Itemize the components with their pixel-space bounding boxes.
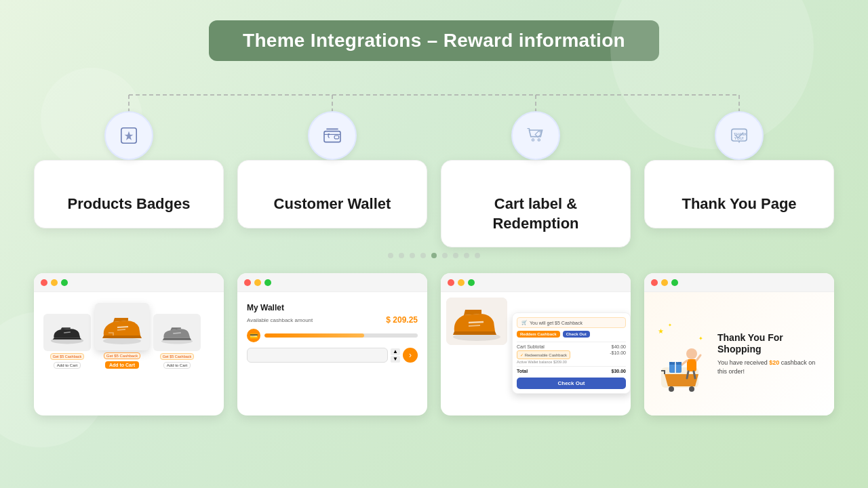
cart-popup: 🛒 You will get $5 Cashback Reddem Cashba… [512, 312, 631, 394]
svg-line-27 [694, 371, 695, 378]
icon-circle-cart [511, 111, 560, 160]
dot-5-active[interactable] [431, 253, 437, 258]
badge-text-1: Get $5 Cashback [50, 353, 85, 360]
wallet-title: My Wallet [247, 303, 418, 312]
cashback-checkbox[interactable]: ✓ Redeemable Cashback [517, 350, 570, 359]
card-thank-you: THANK YOU! Thank You Page [644, 136, 834, 247]
svg-text:YOU!: YOU! [734, 136, 744, 140]
svg-rect-7 [334, 136, 338, 139]
cart-cashback-row: ✓ Redeemable Cashback Active Wallet bala… [517, 350, 626, 364]
dot-4[interactable] [420, 253, 426, 258]
svg-text:✦: ✦ [698, 336, 703, 342]
checkout-btn-1[interactable]: Check Out [563, 331, 590, 338]
svg-line-25 [696, 355, 701, 361]
badge-text-3: Get $5 Cashback [160, 353, 195, 360]
svg-point-20 [669, 386, 674, 392]
badge-star-icon [118, 125, 140, 146]
wallet-input-field[interactable] [247, 348, 388, 363]
svg-point-9 [538, 139, 540, 141]
cart-tag-icon [525, 125, 547, 146]
dot-2[interactable] [399, 253, 404, 258]
total-val: $30.00 [612, 369, 626, 373]
add-to-cart-btn-3[interactable]: Add to Cart [163, 362, 191, 369]
card-products-badges: Products Badges [34, 136, 224, 247]
shoe-item-3: Get $5 Cashback Add to Cart [153, 314, 201, 369]
card-customer-wallet: Customer Wallet [237, 136, 427, 247]
sc-dot-green-3 [468, 279, 475, 286]
card-badges-title: Products Badges [48, 195, 210, 214]
sc-titlebar-3 [441, 273, 631, 292]
screenshot-cart: 🛒 You will get $5 Cashback Reddem Cashba… [441, 273, 631, 415]
sc-content-cart: 🛒 You will get $5 Cashback Reddem Cashba… [441, 292, 631, 415]
cart-subtotal-row: Cart Subtotal $40.00 [517, 344, 626, 349]
sc-dot-red-4 [651, 279, 658, 286]
screenshot-thankyou: ★ ✦ ✦ Thank You For Shopping You have re… [644, 273, 834, 415]
sc-content-thankyou: ★ ✦ ✦ Thank You For Shopping You have re… [644, 292, 834, 415]
thankyou-amount: $20 [769, 359, 779, 366]
cashback-banner-text: You will get $5 Cashback [530, 321, 583, 325]
cart-divider-2 [517, 366, 626, 367]
wallet-increment-btn[interactable]: ▲ [391, 348, 400, 355]
sc-dot-yellow-3 [458, 279, 465, 286]
thank-you-icon: THANK YOU! [728, 125, 750, 146]
sc-dot-green-4 [671, 279, 678, 286]
sc-content-badges: Get $5 Cashback Add to Cart [34, 292, 224, 415]
redeem-cashback-btn[interactable]: Reddem Cashback [517, 331, 560, 338]
thankyou-title: Thank You For Shopping [717, 332, 824, 355]
dot-6[interactable] [442, 253, 448, 258]
shoe-item-1: Get $5 Cashback Add to Cart [43, 314, 91, 369]
thankyou-content: ★ ✦ ✦ Thank You For Shopping You have re… [651, 298, 827, 410]
svg-rect-6 [324, 131, 340, 142]
wallet-icon [321, 125, 343, 146]
dot-9[interactable] [475, 253, 480, 258]
sc-content-wallet: My Wallet Available cashback amount $ 20… [237, 292, 427, 415]
cart-divider-1 [517, 342, 626, 342]
feature-card-wallet: Customer Wallet [237, 160, 427, 228]
wallet-progress-bar [264, 333, 418, 338]
shoe-item-2-featured: Get $5 Cashback Add to Cart [95, 303, 149, 369]
sc-titlebar-4 [644, 273, 834, 292]
screenshot-badges: Get $5 Cashback Add to Cart [34, 273, 224, 415]
shoe-img-3 [153, 314, 201, 351]
sc-titlebar-1 [34, 273, 224, 292]
card-cart-title: Cart label & Redemption [455, 195, 616, 233]
card-thankyou-title: Thank You Page [658, 195, 820, 214]
total-label: Total [517, 369, 528, 373]
sc-dot-red-2 [244, 279, 251, 286]
cart-total-row: Total $30.00 [517, 369, 626, 373]
dot-7[interactable] [453, 253, 458, 258]
shoe-img-1 [43, 314, 91, 351]
svg-point-22 [686, 348, 697, 359]
cart-btn-row: Reddem Cashback Check Out [517, 331, 626, 338]
svg-point-10 [540, 132, 541, 134]
wallet-input-row: ▲ ▼ › [247, 348, 418, 363]
wallet-icon: 💳 [247, 329, 260, 342]
feature-card-thankyou: Thank You Page [644, 160, 834, 228]
thankyou-illustration: ★ ✦ ✦ [654, 313, 712, 394]
wallet-progress-fill [264, 333, 364, 338]
add-to-cart-btn-1[interactable]: Add to Cart [54, 362, 81, 369]
wallet-decrement-btn[interactable]: ▼ [391, 356, 400, 363]
dot-1[interactable] [388, 253, 393, 258]
main-container: Theme Integrations – Reward information … [0, 0, 868, 488]
svg-point-15 [103, 338, 141, 344]
svg-point-8 [532, 139, 534, 141]
sc-dot-green-2 [264, 279, 271, 286]
cashback-banner: 🛒 You will get $5 Cashback [517, 317, 626, 328]
svg-line-26 [687, 371, 688, 378]
final-checkout-btn[interactable]: Check Out [517, 378, 626, 389]
badge-text-2: Get $5 Cashback [104, 352, 140, 359]
icon-circle-thankyou: THANK YOU! [715, 111, 764, 160]
wallet-amount: $ 209.25 [386, 315, 418, 325]
sc-dot-yellow-4 [661, 279, 668, 286]
pagination-dots [388, 253, 480, 258]
add-to-cart-btn-2[interactable]: Add to Cart [105, 361, 139, 369]
card-wallet-title: Customer Wallet [252, 195, 413, 214]
wallet-progress-container: 💳 [247, 329, 418, 342]
wallet-submit-btn[interactable]: › [403, 348, 418, 363]
subtotal-label: Cart Subtotal [517, 344, 545, 349]
title-bar: Theme Integrations – Reward information [209, 20, 659, 61]
dot-3[interactable] [410, 253, 415, 258]
dot-8[interactable] [464, 253, 469, 258]
svg-rect-23 [687, 359, 696, 371]
